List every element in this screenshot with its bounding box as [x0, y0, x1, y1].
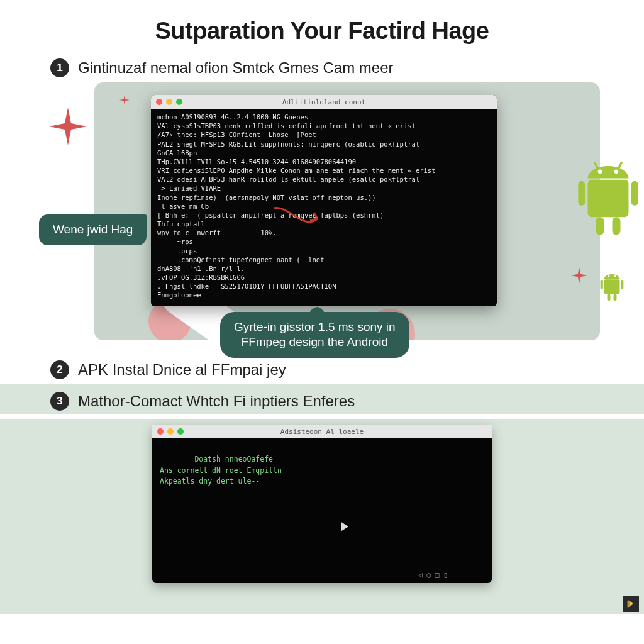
window-close-icon[interactable] [157, 428, 164, 435]
sparkle-icon [49, 108, 87, 145]
callout-bubble-left: Wene jwid Hag [39, 214, 147, 245]
panel-step-3: Adsisteoon Al loaele Doatsh nnneoOafefe … [0, 419, 644, 614]
step-3-badge: 3 [50, 392, 69, 411]
svg-point-12 [614, 169, 619, 174]
next-page-button[interactable] [623, 596, 639, 612]
terminal-title: Adliitiololand conot [151, 98, 497, 106]
step-2-label: APK Instal Dnice al FFmpai jey [78, 361, 286, 379]
svg-rect-15 [621, 280, 623, 289]
svg-rect-17 [614, 294, 617, 301]
svg-rect-20 [628, 601, 629, 608]
window-zoom-icon[interactable] [177, 428, 184, 435]
window-minimize-icon[interactable] [166, 99, 172, 105]
step-2-badge: 2 [50, 360, 69, 379]
nav-recent-icon[interactable]: □ [435, 569, 440, 580]
android-nav-bar: ◁ ○ □ ▯ [418, 569, 448, 580]
android-icon [599, 271, 625, 305]
svg-point-11 [598, 169, 602, 174]
terminal-window-3: Adsisteoon Al loaele Doatsh nnneoOafefe … [152, 425, 492, 583]
svg-rect-7 [596, 217, 604, 235]
annotation-arrow-icon [270, 205, 333, 233]
svg-rect-13 [604, 279, 620, 294]
svg-point-18 [608, 275, 610, 277]
sparkle-icon [571, 267, 587, 284]
callout-line-1: Gyrte-in gisstor 1.5 ms sony in [234, 319, 396, 335]
terminal-titlebar: Adsisteoon Al loaele [152, 425, 492, 438]
android-icon [574, 158, 643, 242]
sparkle-icon [119, 95, 130, 105]
nav-home-icon[interactable]: ○ [426, 569, 431, 580]
bubble-tail-icon [304, 303, 330, 316]
terminal-title: Adsisteoon Al loaele [152, 428, 492, 436]
step-2-header: 2 APK Instal Dnice al FFmpai jey [0, 360, 644, 379]
page-title: Sutparation Your Factird Hage [0, 0, 644, 58]
window-close-icon[interactable] [156, 99, 162, 105]
terminal-titlebar: Adliitiololand conot [151, 95, 497, 109]
svg-rect-4 [588, 180, 629, 218]
panel-step-1: Adliitiololand conot mchon A0S190893 4G.… [94, 82, 600, 340]
terminal-lines: Doatsh nnneoOafefe Ans cornett dN roet E… [160, 455, 282, 486]
step-1-label: Gintinuzaf nemal ofion Smtck Gmes Cam me… [78, 59, 394, 77]
play-icon[interactable] [292, 508, 352, 549]
svg-rect-8 [613, 217, 621, 235]
callout-line-2: FFmpeg design the Android [234, 335, 396, 350]
callout-text: Wene jwid Hag [53, 223, 133, 236]
svg-rect-14 [601, 280, 603, 289]
step-3-header: 3 Mathor-Comact Whtch Fi inptiers Enfere… [0, 384, 644, 414]
window-zoom-icon[interactable] [176, 99, 182, 105]
nav-misc-icon[interactable]: ▯ [443, 569, 448, 580]
svg-rect-16 [608, 294, 611, 301]
step-1-header: 1 Gintinuzaf nemal ofion Smtck Gmes Cam … [0, 58, 644, 77]
terminal-window-1: Adliitiololand conot mchon A0S190893 4G.… [151, 95, 497, 306]
step-1-badge: 1 [50, 58, 69, 77]
svg-rect-6 [631, 181, 638, 206]
nav-back-icon[interactable]: ◁ [418, 569, 423, 580]
window-minimize-icon[interactable] [167, 428, 174, 435]
svg-point-19 [614, 275, 616, 277]
step-3-label: Mathor-Comact Whtch Fi inptiers Enferes [78, 392, 355, 410]
callout-bubble-bottom: Gyrte-in gisstor 1.5 ms sony in FFmpeg d… [220, 312, 409, 358]
panel-step-3-wrap: 3 Mathor-Comact Whtch Fi inptiers Enfere… [0, 384, 644, 614]
terminal-output: Doatsh nnneoOafefe Ans cornett dN roet E… [152, 438, 492, 583]
svg-rect-5 [578, 181, 585, 206]
